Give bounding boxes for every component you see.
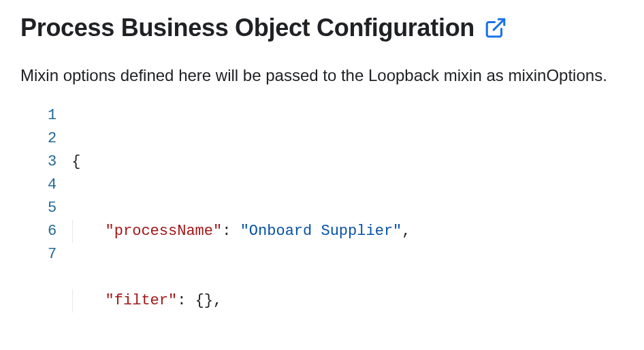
description-text: Mixin options defined here will be passe… (20, 63, 619, 88)
open-in-new-icon[interactable] (484, 16, 507, 39)
line-number: 5 (48, 197, 57, 220)
json-empty-object: {} (195, 292, 213, 309)
json-key: "processName" (106, 223, 223, 240)
heading-row: Process Business Object Configuration (20, 14, 624, 42)
colon: : (177, 292, 195, 309)
brace-open: { (71, 153, 80, 170)
code-line: { (71, 150, 622, 174)
json-key: "filter" (106, 292, 178, 309)
line-number: 3 (48, 150, 57, 174)
code-content[interactable]: { "processName": "Onboard Supplier", "fi… (71, 104, 624, 350)
line-number: 6 (48, 220, 57, 243)
code-line: "filter": {}, (72, 289, 622, 313)
comma: , (213, 292, 222, 309)
config-panel: Process Business Object Configuration Mi… (0, 0, 644, 350)
line-number: 2 (48, 127, 57, 150)
colon: : (222, 223, 240, 240)
comma: , (402, 223, 410, 240)
line-number-gutter: 1 2 3 4 5 6 7 (48, 104, 71, 350)
page-title: Process Business Object Configuration (20, 14, 474, 42)
line-number: 1 (48, 104, 57, 127)
code-line: "processName": "Onboard Supplier", (72, 220, 622, 243)
json-string-value: "Onboard Supplier" (240, 223, 402, 240)
line-number: 7 (48, 243, 57, 266)
svg-line-0 (494, 19, 504, 30)
line-number: 4 (48, 174, 57, 197)
json-editor[interactable]: 1 2 3 4 5 6 7 { "processName": "Onboard … (48, 104, 624, 350)
